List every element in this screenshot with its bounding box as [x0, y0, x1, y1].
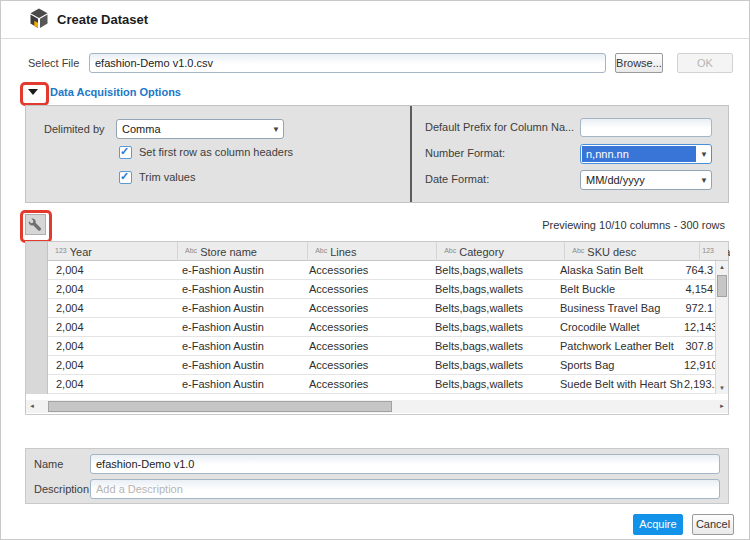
- select-file-label: Select File: [28, 57, 79, 69]
- table-cell: Sports Bag: [552, 356, 684, 374]
- table-cell: Belts,bags,wallets: [427, 280, 552, 298]
- name-label: Name: [34, 458, 63, 470]
- table-cell: 2,004: [48, 299, 174, 317]
- file-path-input[interactable]: [89, 53, 606, 73]
- table-row: 2,004e-Fashion AustinAccessoriesBelts,ba…: [48, 261, 715, 280]
- scroll-right-icon[interactable]: ►: [716, 400, 728, 413]
- browse-button[interactable]: Browse...: [615, 53, 663, 73]
- table-cell: Belts,bags,wallets: [427, 375, 552, 393]
- table-cell: e-Fashion Austin: [174, 261, 301, 279]
- trim-values-checkbox[interactable]: ✓: [119, 171, 132, 184]
- table-cell: 2,193.2: [684, 375, 715, 393]
- acquire-button[interactable]: Acquire: [633, 514, 683, 535]
- number-format-value: n,nnn.nn: [582, 146, 696, 162]
- options-divider: [410, 106, 412, 202]
- table-cell: Business Travel Bag: [552, 299, 684, 317]
- trim-values-checkbox-label[interactable]: Trim values: [139, 171, 195, 183]
- table-cell: e-Fashion Austin: [174, 299, 301, 317]
- table-cell: Patchwork Leather Belt: [552, 337, 684, 355]
- table-cell: 972.1: [684, 299, 715, 317]
- vertical-scrollbar[interactable]: ▲ ▼: [715, 261, 728, 394]
- text-type-icon: Abc: [572, 247, 584, 254]
- column-settings-button[interactable]: [25, 214, 46, 235]
- options-section-title[interactable]: Data Acquisition Options: [50, 86, 181, 98]
- row-gutter: [26, 242, 48, 394]
- chevron-down-icon: ▼: [700, 176, 708, 185]
- collapse-arrow-icon[interactable]: [28, 89, 38, 95]
- default-prefix-input[interactable]: [580, 118, 712, 137]
- table-cell: Belts,bags,wallets: [427, 261, 552, 279]
- table-cell: 764.3: [684, 261, 715, 279]
- preview-status-text: Previewing 10/10 columns - 300 rows: [542, 219, 725, 231]
- horizontal-scrollbar[interactable]: ◄ ►: [26, 400, 728, 413]
- title-bar: Create Dataset: [1, 1, 749, 39]
- dataset-details-panel: Name Description: [25, 448, 729, 504]
- column-header-category[interactable]: AbcCategory: [436, 242, 561, 261]
- table-cell: 2,004: [48, 280, 174, 298]
- table-cell: Belts,bags,wallets: [427, 337, 552, 355]
- chevron-down-icon: ▼: [272, 125, 280, 134]
- table-cell: Belt Buckle: [552, 280, 684, 298]
- check-icon: ✓: [120, 170, 129, 183]
- dataset-name-input[interactable]: [90, 454, 720, 474]
- table-cell: e-Fashion Austin: [174, 318, 301, 336]
- scroll-left-icon[interactable]: ◄: [26, 400, 38, 413]
- numeric-type-icon: 123: [55, 247, 67, 254]
- delimited-by-label: Delimited by: [44, 123, 105, 135]
- cancel-button[interactable]: Cancel: [692, 514, 734, 535]
- description-label: Description: [34, 483, 89, 495]
- date-format-label: Date Format:: [425, 173, 489, 185]
- table-row: 2,004e-Fashion AustinAccessoriesBelts,ba…: [48, 356, 715, 375]
- table-cell: 2,004: [48, 356, 174, 374]
- delimiter-dropdown[interactable]: Comma ▼: [116, 119, 284, 139]
- date-format-dropdown[interactable]: MM/dd/yyyy ▼: [580, 170, 712, 190]
- table-cell: Accessories: [301, 375, 427, 393]
- column-header-year[interactable]: 123Year: [48, 242, 174, 261]
- default-prefix-label: Default Prefix for Column Na...: [425, 121, 574, 133]
- column-header-sku-desc[interactable]: AbcSKU desc: [564, 242, 696, 261]
- numeric-type-icon: 123: [702, 247, 714, 254]
- first-row-checkbox-label[interactable]: Set first row as column headers: [139, 146, 293, 158]
- dataset-cube-icon: [27, 7, 51, 33]
- scroll-up-icon[interactable]: ▲: [716, 261, 728, 273]
- ok-button: OK: [677, 53, 733, 73]
- text-type-icon: Abc: [185, 247, 197, 254]
- table-cell: Accessories: [301, 318, 427, 336]
- wrench-icon: [28, 222, 43, 234]
- table-row: 2,004e-Fashion AustinAccessoriesBelts,ba…: [48, 318, 715, 337]
- delimiter-value: Comma: [122, 123, 161, 135]
- table-cell: e-Fashion Austin: [174, 280, 301, 298]
- text-type-icon: Abc: [444, 247, 456, 254]
- table-cell: Belts,bags,wallets: [427, 299, 552, 317]
- vertical-scroll-thumb[interactable]: [717, 275, 727, 297]
- column-header-lines[interactable]: AbcLines: [307, 242, 433, 261]
- scroll-down-icon[interactable]: ▼: [716, 382, 728, 394]
- first-row-checkbox[interactable]: ✓: [119, 146, 132, 159]
- table-cell: Alaska Satin Belt: [552, 261, 684, 279]
- table-cell: Belts,bags,wallets: [427, 318, 552, 336]
- table-header-row: 123Year AbcStore name AbcLines AbcCatego…: [48, 242, 715, 261]
- table-cell: 12,910.: [684, 356, 715, 374]
- table-row: 2,004e-Fashion AustinAccessoriesBelts,ba…: [48, 299, 715, 318]
- column-header-store-name[interactable]: AbcStore name: [177, 242, 304, 261]
- date-format-value: MM/dd/yyyy: [586, 174, 645, 186]
- table-cell: 4,154: [684, 280, 715, 298]
- dataset-description-input[interactable]: [90, 479, 720, 499]
- options-panel: Delimited by Comma ▼ ✓ Set first row as …: [25, 105, 729, 203]
- table-cell: Crocodile Wallet: [552, 318, 684, 336]
- table-cell: Accessories: [301, 280, 427, 298]
- chevron-down-icon: ▼: [700, 150, 708, 159]
- dialog-title: Create Dataset: [57, 12, 148, 27]
- table-cell: 2,004: [48, 375, 174, 393]
- horizontal-scroll-thumb[interactable]: [48, 401, 392, 412]
- text-type-icon: Abc: [315, 247, 327, 254]
- table-cell: 12,143: [684, 318, 715, 336]
- preview-table: 123Year AbcStore name AbcLines AbcCatego…: [25, 241, 729, 415]
- preview-table-body: 2,004e-Fashion AustinAccessoriesBelts,ba…: [48, 261, 715, 394]
- table-cell: Accessories: [301, 261, 427, 279]
- table-cell: Suede Belt with Heart Sh...: [552, 375, 684, 393]
- table-cell: Accessories: [301, 299, 427, 317]
- table-cell: e-Fashion Austin: [174, 337, 301, 355]
- number-format-dropdown[interactable]: n,nnn.nn ▼: [580, 144, 712, 164]
- table-cell: 307.8: [684, 337, 715, 355]
